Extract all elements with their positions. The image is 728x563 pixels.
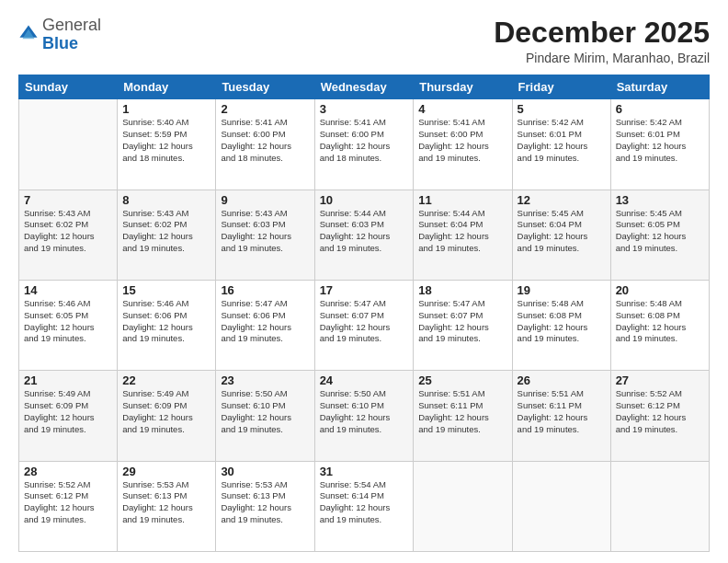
calendar-cell: 19Sunrise: 5:48 AMSunset: 6:08 PMDayligh… (512, 280, 610, 370)
logo-general-text: General (42, 16, 101, 34)
day-info: Sunrise: 5:53 AMSunset: 6:13 PMDaylight:… (122, 479, 210, 526)
day-number: 24 (320, 373, 409, 387)
calendar-cell: 10Sunrise: 5:44 AMSunset: 6:03 PMDayligh… (314, 190, 414, 280)
day-info: Sunrise: 5:48 AMSunset: 6:08 PMDaylight:… (616, 298, 704, 345)
calendar-header-thursday: Thursday (414, 75, 512, 99)
calendar-cell: 13Sunrise: 5:45 AMSunset: 6:05 PMDayligh… (610, 190, 709, 280)
calendar-header-row: SundayMondayTuesdayWednesdayThursdayFrid… (19, 75, 710, 99)
day-number: 7 (24, 193, 112, 207)
calendar-week-row: 28Sunrise: 5:52 AMSunset: 6:12 PMDayligh… (19, 461, 710, 551)
day-number: 16 (221, 283, 309, 297)
day-info: Sunrise: 5:43 AMSunset: 6:02 PMDaylight:… (24, 208, 112, 255)
day-info: Sunrise: 5:45 AMSunset: 6:04 PMDaylight:… (518, 208, 606, 255)
calendar-table: SundayMondayTuesdayWednesdayThursdayFrid… (18, 75, 710, 552)
calendar-cell (512, 461, 610, 551)
day-info: Sunrise: 5:49 AMSunset: 6:09 PMDaylight:… (24, 388, 112, 435)
calendar-cell: 17Sunrise: 5:47 AMSunset: 6:07 PMDayligh… (314, 280, 414, 370)
day-number: 18 (418, 283, 506, 297)
day-info: Sunrise: 5:44 AMSunset: 6:04 PMDaylight:… (418, 208, 506, 255)
day-number: 5 (518, 102, 606, 116)
calendar-cell: 27Sunrise: 5:52 AMSunset: 6:12 PMDayligh… (610, 371, 709, 461)
calendar-cell: 26Sunrise: 5:51 AMSunset: 6:11 PMDayligh… (512, 371, 610, 461)
logo: General Blue (18, 17, 101, 53)
day-info: Sunrise: 5:43 AMSunset: 6:03 PMDaylight:… (221, 208, 309, 255)
day-number: 31 (320, 465, 409, 478)
calendar-cell: 3Sunrise: 5:41 AMSunset: 6:00 PMDaylight… (314, 99, 414, 190)
calendar-cell: 8Sunrise: 5:43 AMSunset: 6:02 PMDaylight… (118, 190, 216, 280)
calendar-cell: 28Sunrise: 5:52 AMSunset: 6:12 PMDayligh… (19, 461, 118, 551)
day-number: 19 (518, 283, 606, 297)
calendar-header-sunday: Sunday (19, 75, 118, 99)
day-info: Sunrise: 5:52 AMSunset: 6:12 PMDaylight:… (616, 388, 704, 435)
calendar-cell: 7Sunrise: 5:43 AMSunset: 6:02 PMDaylight… (19, 190, 118, 280)
calendar-header-friday: Friday (512, 75, 610, 99)
subtitle: Pindare Mirim, Maranhao, Brazil (494, 51, 710, 65)
calendar-cell: 24Sunrise: 5:50 AMSunset: 6:10 PMDayligh… (314, 371, 414, 461)
day-info: Sunrise: 5:44 AMSunset: 6:03 PMDaylight:… (320, 208, 409, 255)
day-number: 15 (122, 283, 210, 297)
calendar-cell: 15Sunrise: 5:46 AMSunset: 6:06 PMDayligh… (118, 280, 216, 370)
day-number: 1 (122, 102, 210, 116)
day-number: 20 (616, 283, 704, 297)
calendar-cell (610, 461, 709, 551)
calendar-cell: 31Sunrise: 5:54 AMSunset: 6:14 PMDayligh… (314, 461, 414, 551)
calendar-week-row: 7Sunrise: 5:43 AMSunset: 6:02 PMDaylight… (19, 190, 710, 280)
day-number: 25 (418, 373, 506, 387)
day-number: 3 (320, 102, 409, 116)
day-number: 17 (320, 283, 409, 297)
calendar-cell (414, 461, 512, 551)
day-info: Sunrise: 5:43 AMSunset: 6:02 PMDaylight:… (122, 208, 210, 255)
day-number: 26 (518, 373, 606, 387)
day-info: Sunrise: 5:46 AMSunset: 6:06 PMDaylight:… (122, 298, 210, 345)
day-info: Sunrise: 5:53 AMSunset: 6:13 PMDaylight:… (221, 479, 309, 526)
calendar-cell: 5Sunrise: 5:42 AMSunset: 6:01 PMDaylight… (512, 99, 610, 190)
day-info: Sunrise: 5:41 AMSunset: 6:00 PMDaylight:… (418, 117, 506, 164)
day-number: 9 (221, 193, 309, 207)
calendar-header-monday: Monday (118, 75, 216, 99)
calendar-cell: 20Sunrise: 5:48 AMSunset: 6:08 PMDayligh… (610, 280, 709, 370)
calendar-cell: 4Sunrise: 5:41 AMSunset: 6:00 PMDaylight… (414, 99, 512, 190)
logo-text: General Blue (42, 17, 101, 53)
calendar-cell: 21Sunrise: 5:49 AMSunset: 6:09 PMDayligh… (19, 371, 118, 461)
logo-icon (18, 24, 39, 44)
calendar-cell: 1Sunrise: 5:40 AMSunset: 5:59 PMDaylight… (118, 99, 216, 190)
calendar-cell: 22Sunrise: 5:49 AMSunset: 6:09 PMDayligh… (118, 371, 216, 461)
day-info: Sunrise: 5:41 AMSunset: 6:00 PMDaylight:… (221, 117, 309, 164)
day-info: Sunrise: 5:51 AMSunset: 6:11 PMDaylight:… (418, 388, 506, 435)
calendar-cell: 16Sunrise: 5:47 AMSunset: 6:06 PMDayligh… (216, 280, 314, 370)
day-info: Sunrise: 5:49 AMSunset: 6:09 PMDaylight:… (122, 388, 210, 435)
calendar-header-tuesday: Tuesday (216, 75, 314, 99)
header: General Blue December 2025 Pindare Mirim… (18, 17, 710, 65)
day-number: 2 (221, 102, 309, 116)
day-number: 13 (616, 193, 704, 207)
day-number: 27 (616, 373, 704, 387)
day-number: 12 (518, 193, 606, 207)
day-info: Sunrise: 5:45 AMSunset: 6:05 PMDaylight:… (616, 208, 704, 255)
day-info: Sunrise: 5:42 AMSunset: 6:01 PMDaylight:… (616, 117, 704, 164)
calendar-cell (19, 99, 118, 190)
day-number: 10 (320, 193, 409, 207)
calendar-cell: 12Sunrise: 5:45 AMSunset: 6:04 PMDayligh… (512, 190, 610, 280)
calendar-cell: 29Sunrise: 5:53 AMSunset: 6:13 PMDayligh… (118, 461, 216, 551)
calendar-week-row: 14Sunrise: 5:46 AMSunset: 6:05 PMDayligh… (19, 280, 710, 370)
calendar-cell: 30Sunrise: 5:53 AMSunset: 6:13 PMDayligh… (216, 461, 314, 551)
day-number: 23 (221, 373, 309, 387)
page: General Blue December 2025 Pindare Mirim… (0, 0, 728, 563)
calendar-cell: 11Sunrise: 5:44 AMSunset: 6:04 PMDayligh… (414, 190, 512, 280)
day-number: 29 (122, 465, 210, 478)
calendar-cell: 23Sunrise: 5:50 AMSunset: 6:10 PMDayligh… (216, 371, 314, 461)
calendar-week-row: 1Sunrise: 5:40 AMSunset: 5:59 PMDaylight… (19, 99, 710, 190)
day-number: 4 (418, 102, 506, 116)
day-info: Sunrise: 5:48 AMSunset: 6:08 PMDaylight:… (518, 298, 606, 345)
day-info: Sunrise: 5:42 AMSunset: 6:01 PMDaylight:… (518, 117, 606, 164)
day-info: Sunrise: 5:47 AMSunset: 6:07 PMDaylight:… (320, 298, 409, 345)
day-number: 14 (24, 283, 112, 297)
calendar-week-row: 21Sunrise: 5:49 AMSunset: 6:09 PMDayligh… (19, 371, 710, 461)
day-info: Sunrise: 5:47 AMSunset: 6:06 PMDaylight:… (221, 298, 309, 345)
day-number: 28 (24, 465, 112, 478)
day-info: Sunrise: 5:50 AMSunset: 6:10 PMDaylight:… (320, 388, 409, 435)
calendar-cell: 6Sunrise: 5:42 AMSunset: 6:01 PMDaylight… (610, 99, 709, 190)
day-info: Sunrise: 5:50 AMSunset: 6:10 PMDaylight:… (221, 388, 309, 435)
calendar-cell: 14Sunrise: 5:46 AMSunset: 6:05 PMDayligh… (19, 280, 118, 370)
day-info: Sunrise: 5:46 AMSunset: 6:05 PMDaylight:… (24, 298, 112, 345)
